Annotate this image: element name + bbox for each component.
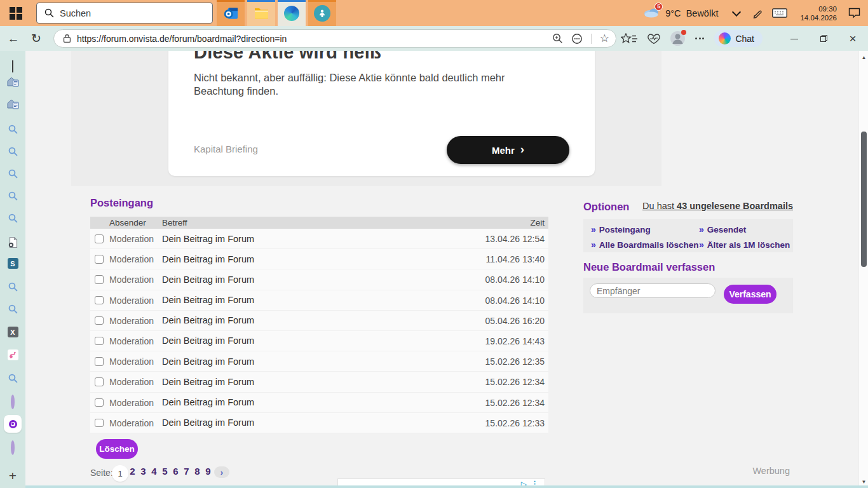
x-favicon-icon: X (8, 327, 18, 337)
row-subject-link[interactable]: Dein Beitrag im Forum (162, 377, 254, 387)
row-checkbox[interactable] (95, 275, 104, 284)
search-icon (8, 191, 18, 203)
page-number-link[interactable]: 7 (181, 466, 192, 477)
onvista-favicon-tab[interactable] (0, 396, 25, 408)
settings-menu-icon[interactable] (695, 37, 704, 39)
recipient-input[interactable] (590, 283, 715, 298)
taskbar-app-file-explorer[interactable] (247, 0, 275, 26)
row-subject-link[interactable]: Dein Beitrag im Forum (162, 274, 254, 285)
close-button[interactable]: × (848, 32, 858, 46)
onvista-favicon-active-tab[interactable] (0, 415, 25, 433)
row-checkbox[interactable] (95, 337, 104, 346)
search-tab[interactable] (0, 374, 25, 386)
double-chevron-icon: » (591, 240, 596, 250)
row-subject-link[interactable]: Dein Beitrag im Forum (162, 254, 254, 264)
taskbar-clock[interactable]: 09:30 14.04.2026 (800, 4, 837, 22)
option-link[interactable]: »Gesendet (699, 224, 746, 234)
page-number-link[interactable]: 2 (127, 466, 138, 477)
row-subject-link[interactable]: Dein Beitrag im Forum (162, 417, 254, 428)
weather-text[interactable]: 9°C Bewölkt (665, 8, 718, 18)
search-tab[interactable] (0, 282, 25, 294)
delete-button[interactable]: Löschen (96, 439, 138, 459)
search-tab[interactable] (0, 169, 25, 181)
scroll-up-arrow[interactable]: ▲ (859, 55, 868, 60)
onvista-favicon-icon-active (4, 415, 22, 433)
address-bar[interactable]: https://forum.onvista.de/forum/boardmail… (53, 29, 616, 48)
pen-icon[interactable] (752, 8, 763, 18)
home-doc-tab[interactable] (0, 76, 25, 90)
compose-button[interactable]: Verfassen (724, 285, 776, 304)
taskbar-search-input[interactable]: Suchen (36, 3, 213, 24)
search-tab[interactable] (0, 147, 25, 159)
option-link[interactable]: »Alle Boardmails löschen (591, 240, 699, 250)
row-subject-link[interactable]: Dein Beitrag im Forum (162, 295, 254, 305)
row-checkbox[interactable] (95, 296, 104, 305)
scroll-down-arrow[interactable]: ▼ (859, 479, 868, 485)
back-button[interactable]: ← (4, 32, 23, 46)
row-checkbox[interactable] (95, 419, 104, 428)
search-tab[interactable] (0, 214, 25, 226)
ad-mehr-button[interactable]: Mehr› (447, 136, 569, 164)
notifications-icon[interactable] (848, 8, 860, 18)
new-tab-button[interactable]: + (0, 468, 25, 484)
active-indicator (308, 0, 336, 2)
browser-essentials-icon[interactable] (648, 33, 660, 44)
page-number-link[interactable]: 8 (192, 466, 203, 477)
onvista-favicon-tab[interactable] (0, 442, 25, 454)
row-subject-link[interactable]: Dein Beitrag im Forum (162, 336, 254, 346)
file-x-tab[interactable] (0, 236, 25, 251)
s-favicon-tab[interactable]: S (0, 258, 25, 269)
taskbar-app-edge[interactable] (278, 0, 306, 26)
search-tab[interactable] (0, 191, 25, 203)
row-subject-link[interactable]: Dein Beitrag im Forum (162, 356, 254, 367)
row-checkbox[interactable] (95, 255, 104, 264)
row-subject-link[interactable]: Dein Beitrag im Forum (162, 234, 254, 244)
scroll-thumb[interactable] (861, 132, 867, 267)
restore-button[interactable] (818, 33, 829, 44)
zoom-icon[interactable] (552, 33, 563, 44)
taskbar-app-family[interactable] (308, 0, 336, 26)
s-favicon-icon: S (8, 258, 18, 269)
favorites-list-icon[interactable] (621, 33, 637, 44)
unread-boardmails-link[interactable]: Du hast 43 ungelesene Boardmails (642, 201, 793, 211)
row-checkbox[interactable] (95, 316, 104, 325)
page-number-link[interactable]: 3 (138, 466, 149, 477)
page-number-link[interactable]: 5 (159, 466, 170, 477)
row-time: 15.02.26 12:33 (485, 418, 545, 428)
web-capture-icon[interactable] (571, 33, 583, 44)
row-sender: Moderation (109, 418, 154, 428)
family-app-icon (314, 5, 330, 22)
row-subject-link[interactable]: Dein Beitrag im Forum (162, 315, 254, 325)
page-number-link[interactable]: 9 (203, 466, 214, 477)
weather-icon[interactable]: 5 (643, 6, 660, 20)
search-tab[interactable] (0, 304, 25, 316)
row-checkbox[interactable] (95, 398, 104, 407)
file-explorer-icon (254, 7, 269, 19)
row-checkbox[interactable] (95, 357, 104, 366)
row-checkbox[interactable] (95, 377, 104, 386)
option-link[interactable]: »Älter als 1M löschen (699, 240, 790, 250)
row-time: 13.04.26 12:54 (485, 234, 545, 244)
row-checkbox[interactable] (95, 234, 104, 243)
row-subject-link[interactable]: Dein Beitrag im Forum (162, 397, 254, 407)
home-doc-tab[interactable] (0, 98, 25, 112)
page-number-link[interactable]: 4 (149, 466, 159, 477)
next-page-button[interactable]: › (214, 466, 229, 478)
flamingo-favicon-tab[interactable] (0, 349, 25, 360)
touch-keyboard-icon[interactable] (772, 8, 787, 18)
refresh-button[interactable]: ↻ (27, 31, 46, 46)
chevron-down-icon[interactable] (732, 7, 741, 16)
option-link[interactable]: »Posteingang (591, 224, 651, 234)
vertical-scrollbar[interactable]: ▲ ▼ (858, 51, 868, 488)
taskbar-app-outlook[interactable] (217, 0, 245, 26)
favorite-star-icon[interactable]: ☆ (600, 32, 609, 45)
copilot-chat-button[interactable]: Chat (714, 30, 763, 47)
x-favicon-tab[interactable]: X (0, 327, 25, 337)
chevron-down-tab[interactable] (0, 60, 25, 72)
minimize-button[interactable] (789, 33, 799, 44)
start-button-icon[interactable] (10, 7, 22, 19)
top-ad-card[interactable]: Diese Aktie wird heiß Nicht bekannt, abe… (168, 51, 595, 176)
search-tab[interactable] (0, 125, 25, 137)
page-number-link[interactable]: 6 (170, 466, 181, 477)
profile-avatar[interactable] (670, 31, 685, 46)
